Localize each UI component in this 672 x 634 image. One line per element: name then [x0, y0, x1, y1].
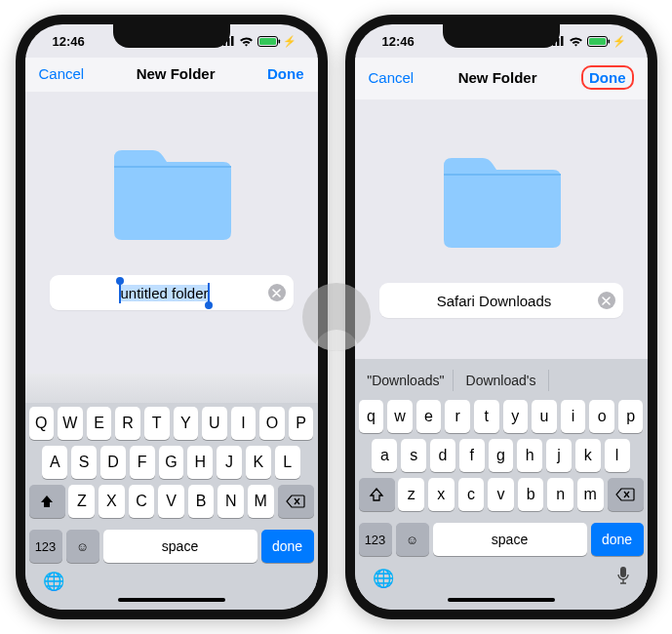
key-c[interactable]: C	[129, 485, 155, 518]
key-d[interactable]: D	[100, 446, 126, 479]
key-t[interactable]: t	[474, 400, 499, 433]
done-button[interactable]: Done	[581, 65, 634, 90]
page-title: New Folder	[137, 65, 216, 82]
globe-icon[interactable]: 🌐	[29, 569, 314, 592]
text-selection: untitled folder	[120, 285, 208, 301]
key-w[interactable]: w	[387, 400, 413, 433]
key-c[interactable]: c	[458, 478, 485, 511]
key-z[interactable]: z	[398, 478, 424, 511]
key-v[interactable]: v	[488, 478, 514, 511]
key-z[interactable]: Z	[68, 485, 95, 518]
key-k[interactable]: k	[575, 439, 601, 472]
return-key[interactable]: done	[591, 523, 644, 556]
key-j[interactable]: J	[217, 446, 242, 479]
key-y[interactable]: y	[503, 400, 529, 433]
phone-right: 12:46 ⚡ Cancel New Folder Done	[345, 15, 657, 619]
key-d[interactable]: d	[430, 439, 455, 472]
backspace-key[interactable]	[608, 478, 644, 511]
nav-bar: Cancel New Folder Done	[25, 58, 318, 92]
key-r[interactable]: R	[115, 407, 140, 440]
key-p[interactable]: P	[289, 407, 314, 440]
key-l[interactable]: l	[605, 439, 630, 472]
phone-left: 12:46 ⚡ Cancel New Folder Done	[16, 15, 328, 619]
key-o[interactable]: o	[589, 400, 614, 433]
emoji-key[interactable]: ☺	[66, 530, 99, 563]
key-a[interactable]: A	[42, 446, 67, 479]
key-t[interactable]: T	[144, 407, 170, 440]
key-v[interactable]: V	[158, 485, 184, 518]
key-x[interactable]: x	[428, 478, 455, 511]
key-r[interactable]: r	[445, 400, 470, 433]
svg-rect-7	[114, 166, 231, 168]
numbers-key[interactable]: 123	[359, 523, 392, 556]
key-p[interactable]: p	[618, 400, 644, 433]
key-f[interactable]: F	[130, 446, 155, 479]
key-b[interactable]: B	[188, 485, 215, 518]
cancel-button[interactable]: Cancel	[369, 69, 415, 86]
key-m[interactable]: M	[248, 485, 274, 518]
svg-rect-5	[259, 38, 276, 45]
shift-key[interactable]	[29, 485, 65, 518]
home-indicator[interactable]	[448, 598, 555, 602]
key-j[interactable]: j	[546, 439, 572, 472]
key-u[interactable]: u	[532, 400, 557, 433]
key-q[interactable]: Q	[29, 407, 55, 440]
battery-icon	[257, 36, 281, 47]
suggestion[interactable]: "Downloads"	[359, 370, 455, 391]
done-button[interactable]: Done	[267, 65, 304, 82]
numbers-key[interactable]: 123	[29, 530, 62, 563]
dictation-icon[interactable]	[616, 566, 630, 590]
key-f[interactable]: f	[459, 439, 485, 472]
home-indicator[interactable]	[118, 598, 225, 602]
key-e[interactable]: e	[416, 400, 442, 433]
key-u[interactable]: U	[202, 407, 227, 440]
svg-rect-13	[589, 38, 606, 45]
key-l[interactable]: L	[275, 446, 300, 479]
key-a[interactable]: a	[372, 439, 397, 472]
key-s[interactable]: S	[71, 446, 97, 479]
key-g[interactable]: g	[489, 439, 514, 472]
key-s[interactable]: s	[401, 439, 426, 472]
return-key[interactable]: done	[261, 530, 314, 563]
key-q[interactable]: q	[359, 400, 384, 433]
backspace-key[interactable]	[278, 485, 314, 518]
key-k[interactable]: K	[246, 446, 271, 479]
clear-text-icon[interactable]	[598, 292, 615, 309]
svg-rect-11	[561, 36, 564, 46]
key-y[interactable]: Y	[174, 407, 199, 440]
cancel-button[interactable]: Cancel	[39, 65, 85, 82]
status-time: 12:46	[382, 34, 415, 49]
notch	[443, 24, 560, 48]
emoji-key[interactable]: ☺	[396, 523, 429, 556]
svg-rect-15	[444, 174, 561, 176]
svg-rect-3	[231, 36, 234, 46]
folder-name-input[interactable]: untitled folder	[50, 275, 294, 310]
suggestion-bar	[25, 374, 318, 403]
keyboard: "Downloads" Download's qwertyuiop asdfgh…	[355, 359, 648, 610]
svg-rect-6	[278, 39, 280, 43]
clear-text-icon[interactable]	[268, 284, 286, 301]
key-i[interactable]: I	[231, 407, 257, 440]
wifi-icon	[569, 36, 583, 47]
svg-rect-14	[608, 39, 610, 43]
nav-bar: Cancel New Folder Done	[355, 58, 648, 99]
key-b[interactable]: b	[518, 478, 544, 511]
key-i[interactable]: i	[561, 400, 586, 433]
key-o[interactable]: O	[259, 407, 285, 440]
key-x[interactable]: X	[99, 485, 125, 518]
globe-icon[interactable]: 🌐	[373, 568, 394, 589]
notch	[113, 24, 230, 48]
space-key[interactable]: space	[433, 523, 587, 556]
key-h[interactable]: H	[187, 446, 213, 479]
key-e[interactable]: E	[87, 407, 112, 440]
key-m[interactable]: m	[577, 478, 604, 511]
folder-name-input[interactable]: Safari Downloads	[379, 283, 623, 318]
key-n[interactable]: N	[217, 485, 244, 518]
key-n[interactable]: n	[547, 478, 573, 511]
key-w[interactable]: W	[58, 407, 83, 440]
suggestion[interactable]: Download's	[454, 370, 549, 391]
key-h[interactable]: h	[517, 439, 542, 472]
space-key[interactable]: space	[103, 530, 257, 563]
shift-key[interactable]	[359, 478, 395, 511]
key-g[interactable]: G	[159, 446, 184, 479]
